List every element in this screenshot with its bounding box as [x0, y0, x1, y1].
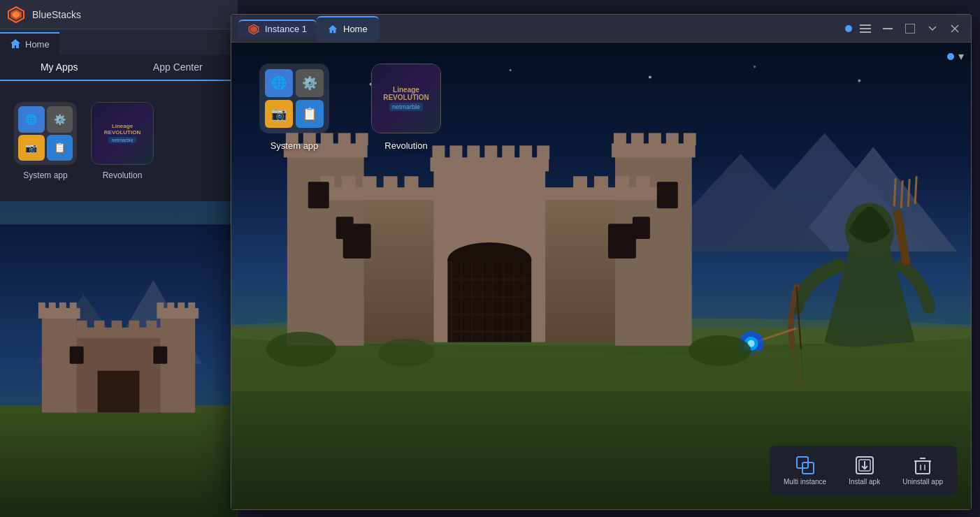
svg-rect-27: [112, 321, 122, 329]
main-system-app[interactable]: 🌐 ⚙️ 📷 📋 System app: [259, 64, 329, 151]
revolution-app-item[interactable]: LineageREVOLUTION netmarble Revolution: [91, 102, 154, 180]
system-app-label: System app: [23, 170, 67, 180]
main-revolution-app[interactable]: LineageREVOLUTION netmarble Revolution: [371, 64, 441, 151]
main-system-app-icon: 🌐 ⚙️ 📷 📋: [259, 64, 329, 133]
install-apk-button[interactable]: Install apk: [839, 450, 890, 491]
menu-button[interactable]: [856, 20, 874, 38]
instance-1-tab[interactable]: Instance 1: [238, 20, 317, 38]
svg-rect-77: [342, 176, 356, 189]
home-icon-outer: [10, 38, 21, 50]
status-dot: [947, 53, 954, 60]
system-app-item[interactable]: 🌐 ⚙️ 📷 📋 System app: [14, 102, 77, 180]
outer-bluestacks-panel: BlueStacks Home My Apps App Center 🌐 ⚙️ …: [0, 0, 238, 517]
svg-point-86: [447, 242, 531, 277]
svg-rect-72: [502, 145, 514, 159]
minimize-button[interactable]: [879, 20, 897, 38]
svg-rect-37: [905, 24, 915, 34]
bluestacks-logo: [7, 6, 25, 24]
main-netmarble-badge: netmarble: [389, 103, 423, 111]
uninstall-app-label: Uninstall app: [902, 478, 943, 486]
chevron-button[interactable]: [923, 20, 942, 38]
svg-rect-75: [319, 187, 661, 200]
svg-point-44: [754, 66, 756, 68]
svg-rect-20: [98, 371, 140, 413]
svg-line-113: [901, 180, 902, 208]
main-apps-container: 🌐 ⚙️ 📷 📋 System app LineageREVOLUTION ne…: [259, 64, 441, 151]
home-icon-main: [328, 24, 338, 34]
main-system-app-label: System app: [271, 140, 319, 151]
svg-rect-62: [614, 133, 626, 145]
outer-titlebar: BlueStacks: [0, 0, 237, 29]
svg-point-43: [649, 76, 651, 79]
notes-icon-cell: 📋: [47, 135, 73, 161]
svg-rect-33: [860, 24, 871, 26]
install-apk-icon: [855, 456, 874, 475]
app-center-tab[interactable]: App Center: [119, 54, 238, 80]
maximize-button[interactable]: [901, 20, 919, 38]
svg-point-117: [378, 339, 434, 367]
svg-line-115: [915, 176, 916, 204]
svg-rect-103: [343, 224, 371, 258]
svg-rect-16: [157, 303, 164, 310]
svg-rect-84: [636, 176, 650, 189]
camera-icon-cell: 📷: [18, 135, 45, 161]
chevron-down-icon: [928, 26, 937, 31]
revolution-icon: LineageREVOLUTION netmarble: [91, 102, 154, 165]
outer-bg-scene: [0, 201, 237, 517]
main-globe-icon: 🌐: [265, 69, 293, 97]
right-indicators: ▾: [947, 50, 964, 63]
svg-rect-14: [70, 303, 77, 310]
svg-rect-15: [157, 308, 199, 319]
main-content-area: 🌐 ⚙️ 📷 📋 System app LineageREVOLUTION ne…: [231, 43, 971, 509]
close-icon: [951, 24, 959, 33]
main-bluestacks-window: Instance 1 Home: [231, 14, 972, 510]
svg-rect-78: [363, 176, 377, 189]
svg-rect-81: [573, 176, 587, 189]
home-tab-main[interactable]: Home: [317, 16, 379, 41]
svg-rect-26: [94, 321, 105, 329]
svg-rect-100: [657, 182, 678, 208]
my-apps-tab[interactable]: My Apps: [0, 54, 119, 80]
svg-point-42: [510, 69, 512, 71]
svg-rect-35: [860, 31, 871, 33]
maximize-icon: [905, 24, 915, 34]
outer-title: BlueStacks: [32, 9, 81, 20]
bottom-toolbar: Multi instance Install apk: [770, 446, 957, 495]
close-button[interactable]: [946, 20, 964, 38]
system-app-icon-group: 🌐 ⚙️ 📷 📋: [14, 102, 77, 165]
svg-rect-70: [467, 145, 480, 159]
main-titlebar: Instance 1 Home: [231, 15, 971, 43]
dot-indicator: [845, 25, 852, 32]
outer-castle-svg: [0, 201, 237, 517]
svg-rect-11: [38, 303, 45, 310]
svg-rect-66: [684, 133, 696, 145]
lineage-title: LineageREVOLUTION: [104, 124, 140, 136]
minimize-icon: [883, 28, 893, 29]
multi-instance-button[interactable]: Multi instance: [774, 450, 836, 491]
svg-rect-24: [59, 321, 70, 329]
svg-rect-71: [484, 145, 497, 159]
outer-tab-bar: Home: [0, 29, 237, 54]
uninstall-app-button[interactable]: Uninstall app: [893, 450, 953, 491]
svg-rect-83: [615, 176, 629, 189]
svg-rect-30: [164, 321, 174, 329]
svg-rect-99: [308, 182, 329, 208]
apps-grid-outer: 🌐 ⚙️ 📷 📋 System app LineageREVOLUTION ne…: [0, 81, 237, 201]
svg-marker-32: [250, 26, 257, 33]
main-camera-icon: 📷: [265, 100, 293, 128]
svg-rect-22: [153, 347, 167, 364]
home-tab-outer[interactable]: Home: [0, 32, 59, 54]
main-gear-icon: ⚙️: [296, 69, 324, 97]
svg-rect-104: [608, 224, 636, 258]
svg-rect-65: [666, 133, 679, 145]
svg-rect-64: [649, 133, 661, 145]
install-apk-label: Install apk: [849, 478, 880, 486]
signal-icon[interactable]: ▾: [958, 50, 964, 63]
svg-rect-12: [49, 303, 56, 310]
multi-instance-label: Multi instance: [784, 478, 826, 486]
main-revolution-icon: LineageREVOLUTION netmarble: [371, 64, 441, 133]
svg-rect-19: [188, 303, 195, 310]
svg-point-116: [266, 332, 336, 367]
svg-rect-17: [167, 303, 174, 310]
svg-rect-69: [449, 145, 462, 159]
